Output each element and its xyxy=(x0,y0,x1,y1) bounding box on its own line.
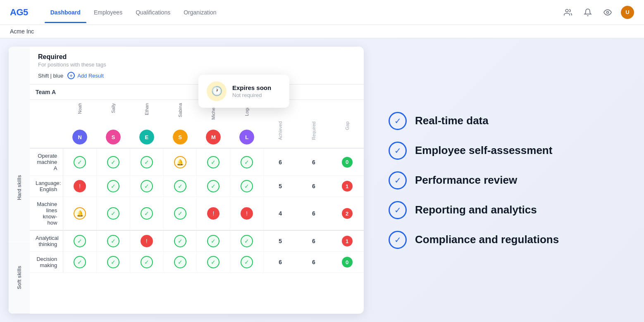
tooltip-subtitle: Not required xyxy=(232,92,271,98)
status-ok-icon: ✓ xyxy=(141,180,153,192)
matrix-panel: Hard skills Soft skills Required For pos… xyxy=(0,38,364,322)
cell-4-0[interactable]: ✓ xyxy=(63,252,97,273)
cell-3-3[interactable]: ✓ xyxy=(163,230,197,252)
status-error-icon: ! xyxy=(241,207,253,220)
stat-required-header: Required xyxy=(297,100,330,149)
feature-check-4: ✓ xyxy=(389,231,407,249)
cell-0-2[interactable]: ✓ xyxy=(130,148,163,176)
tooltip-title: Expires soon xyxy=(232,84,271,91)
status-ok-icon: ✓ xyxy=(241,256,253,268)
emp-avatar-michelle: M xyxy=(206,130,221,144)
achieved-cell: 5 xyxy=(264,230,297,252)
empty-header-cell xyxy=(30,100,63,149)
team-name-cell: Team A xyxy=(30,85,63,100)
tooltip-content: Expires soon Not required xyxy=(232,84,271,98)
status-error-icon: ! xyxy=(141,235,153,247)
team-header-row: Team A xyxy=(30,85,364,100)
cell-3-4[interactable]: ✓ xyxy=(197,230,230,252)
required-cell: 6 xyxy=(297,230,330,252)
status-ok-icon: ✓ xyxy=(174,256,186,268)
achieved-cell: 6 xyxy=(264,148,297,176)
cell-3-0[interactable]: ✓ xyxy=(63,230,97,252)
cell-4-5[interactable]: ✓ xyxy=(230,252,264,273)
cell-1-3[interactable]: ✓ xyxy=(163,176,197,197)
gap-cell: 0 xyxy=(330,252,364,273)
cell-2-0[interactable]: 🔔 xyxy=(63,197,97,231)
status-ok-icon: ✓ xyxy=(107,207,119,220)
feature-item-4: ✓ Compliance and regulations xyxy=(389,231,627,249)
matrix-main: Required For positions with these tags S… xyxy=(30,47,364,314)
required-cell: 6 xyxy=(297,176,330,197)
gap-badge: 1 xyxy=(342,236,353,246)
gap-cell: 1 xyxy=(330,176,364,197)
status-ok-icon: ✓ xyxy=(107,256,119,268)
achieved-cell: 4 xyxy=(264,197,297,231)
user-group-icon[interactable] xyxy=(561,6,575,19)
cell-2-4[interactable]: ! xyxy=(197,197,230,231)
cell-1-2[interactable]: ✓ xyxy=(130,176,163,197)
status-ok-icon: ✓ xyxy=(241,156,253,168)
cell-3-1[interactable]: ✓ xyxy=(97,230,130,252)
skill-labels: Hard skills Soft skills xyxy=(8,47,30,314)
feature-text-4: Compliance and regulations xyxy=(415,233,559,246)
feature-check-0: ✓ xyxy=(389,112,407,130)
status-ok-icon: ✓ xyxy=(107,156,119,168)
status-ok-icon: ✓ xyxy=(207,180,219,192)
cell-4-2[interactable]: ✓ xyxy=(130,252,163,273)
emp-avatar-logan: L xyxy=(239,130,254,144)
cell-2-2[interactable]: ✓ xyxy=(130,197,163,231)
matrix-table: Team A Noah xyxy=(30,85,364,314)
cell-4-4[interactable]: ✓ xyxy=(197,252,230,273)
cell-4-1[interactable]: ✓ xyxy=(97,252,130,273)
user-avatar[interactable]: U xyxy=(621,6,634,19)
eye-icon[interactable] xyxy=(601,6,614,19)
status-ok-icon: ✓ xyxy=(241,180,253,192)
cell-0-0[interactable]: ✓ xyxy=(63,148,97,176)
matrix-outer: Hard skills Soft skills Required For pos… xyxy=(8,47,364,314)
bell-icon[interactable] xyxy=(581,6,594,19)
required-title: Required xyxy=(38,53,355,61)
status-error-icon: ! xyxy=(207,207,219,220)
cell-4-3[interactable]: ✓ xyxy=(163,252,197,273)
cell-1-1[interactable]: ✓ xyxy=(97,176,130,197)
cell-3-2[interactable]: ! xyxy=(130,230,163,252)
skill-name-cell: Analytical thinking xyxy=(30,230,63,252)
soft-skills-label: Soft skills xyxy=(8,242,30,314)
feature-item-2: ✓ Performance review xyxy=(389,171,627,189)
cell-3-5[interactable]: ✓ xyxy=(230,230,264,252)
nav-employees[interactable]: Employees xyxy=(88,6,128,19)
cell-0-3[interactable]: 🔔 xyxy=(163,148,197,176)
status-ok-icon: ✓ xyxy=(141,256,153,268)
emp-col-sally: Sally S xyxy=(97,100,130,149)
cell-1-4[interactable]: ✓ xyxy=(197,176,230,197)
cell-1-5[interactable]: ✓ xyxy=(230,176,264,197)
nav-qualifications[interactable]: Qualifications xyxy=(130,6,176,19)
stat-gap-header: Gap xyxy=(330,100,364,149)
cell-2-3[interactable]: ✓ xyxy=(163,197,197,231)
add-result-button[interactable]: + Add Result xyxy=(67,72,104,79)
cell-2-5[interactable]: ! xyxy=(230,197,264,231)
nav-dashboard[interactable]: Dashboard xyxy=(45,6,86,19)
achieved-cell: 5 xyxy=(264,176,297,197)
cell-0-1[interactable]: ✓ xyxy=(97,148,130,176)
required-subtitle: For positions with these tags xyxy=(38,62,355,68)
status-warn-icon: 🔔 xyxy=(74,207,86,220)
main-content: Hard skills Soft skills Required For pos… xyxy=(0,38,644,322)
table-row: Decision making✓✓✓✓✓✓660 xyxy=(30,252,364,273)
emp-avatar-sally: S xyxy=(106,130,121,144)
feature-check-1: ✓ xyxy=(389,142,407,160)
gap-badge: 1 xyxy=(342,181,353,192)
skill-label-spacer xyxy=(8,47,30,133)
nav-organization[interactable]: Organization xyxy=(178,6,222,19)
status-ok-icon: ✓ xyxy=(174,207,186,220)
cell-0-4[interactable]: ✓ xyxy=(197,148,230,176)
emp-name-sally: Sally xyxy=(111,103,116,128)
cell-2-1[interactable]: ✓ xyxy=(97,197,130,231)
emp-avatar-noah: N xyxy=(72,130,87,144)
cell-1-0[interactable]: ! xyxy=(63,176,97,197)
emp-col-ethan: Ethan E xyxy=(130,100,163,149)
cell-0-5[interactable]: ✓ xyxy=(230,148,264,176)
status-ok-icon: ✓ xyxy=(174,235,186,247)
status-ok-icon: ✓ xyxy=(241,235,253,247)
gap-cell: 1 xyxy=(330,230,364,252)
